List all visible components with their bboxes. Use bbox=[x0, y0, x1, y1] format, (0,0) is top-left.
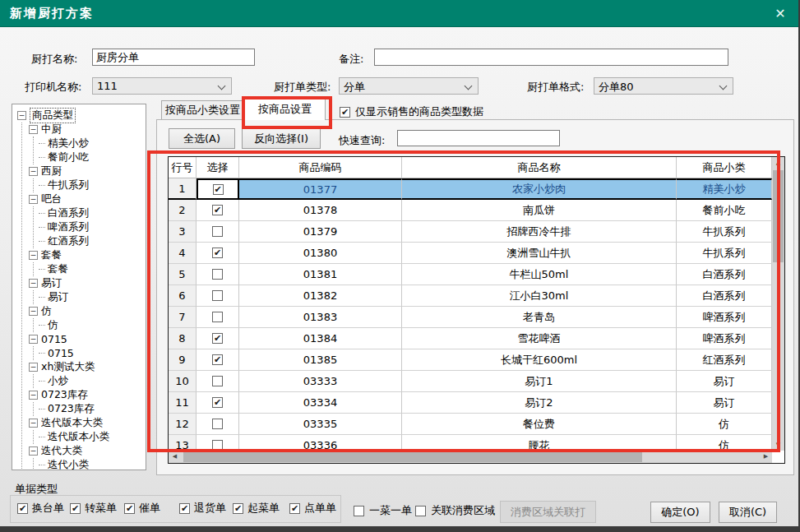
table-row[interactable]: 11✔03334易订2易订 bbox=[169, 392, 772, 414]
doc-type-checkbox[interactable]: ✔换台单 bbox=[17, 501, 64, 516]
row-select-checkbox[interactable] bbox=[212, 312, 223, 322]
row-select-checkbox[interactable]: ✔ bbox=[213, 184, 224, 195]
tree-category-label[interactable]: 迭代版本大类 bbox=[41, 416, 103, 430]
product-name-cell[interactable]: 餐位费 bbox=[402, 414, 677, 435]
product-code-cell[interactable]: 01379 bbox=[239, 221, 402, 243]
table-row[interactable]: 501381牛栏山50ml白酒系列 bbox=[169, 264, 772, 285]
cancel-button[interactable]: 取消(C) bbox=[719, 502, 777, 523]
checkbox-icon[interactable]: ✔ bbox=[179, 503, 190, 514]
checkbox-icon[interactable]: ✔ bbox=[289, 503, 300, 514]
tree-subcategory-node[interactable]: 餐前小吃 bbox=[39, 150, 146, 164]
product-name-cell[interactable]: 农家小炒肉 bbox=[402, 178, 677, 200]
tree-subcategory-node[interactable]: 0715 bbox=[39, 346, 146, 360]
product-code-cell[interactable]: 01377 bbox=[239, 178, 402, 200]
tree-subcategory-label[interactable]: 精美小炒 bbox=[48, 136, 89, 150]
tree-subcategory-node[interactable]: 易订 bbox=[39, 290, 146, 304]
tree-subcategory-label[interactable]: 套餐 bbox=[48, 262, 68, 276]
doc-type-checkbox[interactable]: ✔起菜单 bbox=[233, 501, 280, 516]
product-name-cell[interactable]: 易订1 bbox=[402, 371, 677, 392]
print-type-select[interactable]: 分单 bbox=[339, 77, 479, 95]
checkbox-icon[interactable]: ✔ bbox=[17, 503, 28, 514]
tree-expander-icon[interactable]: − bbox=[29, 167, 38, 176]
tree-root-node[interactable]: −商品类型 bbox=[17, 109, 146, 123]
tree-category-node[interactable]: −仿 bbox=[29, 304, 146, 318]
product-code-cell[interactable]: 01380 bbox=[239, 243, 402, 264]
row-select-checkbox[interactable] bbox=[212, 290, 223, 301]
row-select-cell[interactable] bbox=[197, 414, 239, 435]
row-select-cell[interactable] bbox=[197, 371, 239, 392]
doc-type-checkbox[interactable]: ✔点单单 bbox=[289, 501, 336, 516]
tree-category-node[interactable]: −中厨 bbox=[29, 123, 146, 136]
product-code-cell[interactable]: 01381 bbox=[239, 264, 402, 285]
table-row[interactable]: 701383老青岛啤酒系列 bbox=[169, 307, 772, 328]
tree-category-node[interactable]: −xh测试大类 bbox=[29, 360, 146, 374]
tree-subcategory-label[interactable]: 迭代版本小类 bbox=[48, 430, 109, 444]
product-subcategory-cell[interactable]: 易订 bbox=[677, 392, 772, 414]
table-row[interactable]: 4✔01380澳洲雪山牛扒牛扒系列 bbox=[169, 243, 772, 264]
tree-subcategory-node[interactable]: 小炒 bbox=[39, 374, 146, 388]
product-subcategory-cell[interactable]: 啤酒系列 bbox=[677, 307, 772, 328]
category-tree[interactable]: −商品类型−中厨精美小炒餐前小吃−西厨牛扒系列−吧台白酒系列啤酒系列红酒系列−套… bbox=[12, 104, 146, 470]
print-format-select[interactable]: 分单80 bbox=[594, 77, 733, 95]
tree-expander-icon[interactable]: − bbox=[29, 279, 38, 288]
scroll-right-icon[interactable]: ▶ bbox=[760, 451, 772, 462]
row-select-checkbox[interactable] bbox=[212, 269, 223, 280]
tree-category-label[interactable]: 迭代大类 bbox=[41, 444, 82, 458]
tree-subcategory-node[interactable]: 仿 bbox=[39, 318, 146, 332]
row-select-cell[interactable]: ✔ bbox=[197, 328, 239, 349]
row-select-cell[interactable] bbox=[197, 221, 239, 243]
table-header-cell[interactable]: 行号 bbox=[169, 157, 197, 178]
select-all-button[interactable]: 全选(A) bbox=[169, 128, 235, 149]
table-row[interactable]: 1203335餐位费仿 bbox=[169, 414, 772, 435]
tree-root-label[interactable]: 商品类型 bbox=[30, 108, 76, 123]
tree-subcategory-label[interactable]: 仿 bbox=[48, 318, 58, 332]
row-select-checkbox[interactable]: ✔ bbox=[212, 333, 223, 344]
product-code-cell[interactable]: 03334 bbox=[239, 392, 402, 414]
tree-category-node[interactable]: −0723库存 bbox=[29, 388, 146, 402]
ok-button[interactable]: 确定(O) bbox=[650, 502, 710, 523]
checkbox-icon[interactable]: ✔ bbox=[70, 503, 81, 514]
table-row[interactable]: 1003333易订1易订 bbox=[169, 371, 772, 392]
row-select-checkbox[interactable] bbox=[212, 376, 223, 386]
row-select-cell[interactable]: ✔ bbox=[197, 349, 239, 371]
horizontal-scrollbar[interactable]: ◀ ▶ bbox=[169, 451, 772, 463]
tree-expander-icon[interactable]: − bbox=[29, 335, 38, 344]
product-code-cell[interactable]: 01378 bbox=[239, 200, 402, 221]
checkbox-icon[interactable]: ✔ bbox=[233, 503, 243, 514]
tree-category-label[interactable]: 吧台 bbox=[41, 192, 62, 206]
tree-category-label[interactable]: 西厨 bbox=[41, 164, 62, 178]
row-select-checkbox[interactable]: ✔ bbox=[212, 247, 223, 258]
row-select-cell[interactable] bbox=[197, 307, 239, 328]
row-select-checkbox[interactable] bbox=[212, 226, 223, 237]
tab-by-subcategory[interactable]: 按商品小类设置 bbox=[161, 100, 244, 119]
product-code-cell[interactable]: 03335 bbox=[239, 414, 402, 435]
row-select-checkbox[interactable]: ✔ bbox=[212, 205, 223, 215]
product-subcategory-cell[interactable]: 白酒系列 bbox=[677, 264, 772, 285]
tree-category-label[interactable]: xh测试大类 bbox=[41, 360, 95, 374]
filter-sales-only-checkbox[interactable]: ✔ 仅显示销售的商品类型数据 bbox=[340, 104, 483, 119]
tree-category-node[interactable]: −西厨 bbox=[29, 164, 146, 178]
product-name-cell[interactable]: 江小白30ml bbox=[402, 285, 677, 307]
printer-name-select[interactable]: 111 bbox=[92, 77, 232, 95]
product-name-cell[interactable]: 南瓜饼 bbox=[402, 200, 677, 221]
tree-subcategory-label[interactable]: 啤酒系列 bbox=[48, 220, 89, 234]
product-name-cell[interactable]: 招牌西冷牛排 bbox=[402, 221, 677, 243]
horizontal-scrollbar-thumb[interactable] bbox=[183, 451, 642, 462]
product-name-cell[interactable]: 澳洲雪山牛扒 bbox=[402, 243, 677, 264]
tree-subcategory-label[interactable]: 小炒 bbox=[48, 374, 68, 388]
product-subcategory-cell[interactable]: 精美小炒 bbox=[677, 178, 772, 200]
row-select-checkbox[interactable]: ✔ bbox=[212, 354, 223, 365]
product-name-cell[interactable]: 易订2 bbox=[402, 392, 677, 414]
tree-subcategory-node[interactable]: 白酒系列 bbox=[39, 206, 146, 220]
table-row[interactable]: 1303336腰花仿 bbox=[169, 435, 772, 451]
scroll-left-icon[interactable]: ◀ bbox=[169, 451, 181, 462]
row-select-cell[interactable]: ✔ bbox=[197, 243, 239, 264]
table-header-cell[interactable]: 商品名称 bbox=[402, 157, 677, 178]
tree-expander-icon[interactable]: − bbox=[29, 307, 38, 316]
product-subcategory-cell[interactable]: 易订 bbox=[677, 371, 772, 392]
product-subcategory-cell[interactable]: 仿 bbox=[677, 414, 772, 435]
row-select-checkbox[interactable]: ✔ bbox=[212, 397, 223, 408]
table-header-cell[interactable]: 商品小类 bbox=[677, 157, 772, 178]
table-header-cell[interactable]: 选择 bbox=[197, 157, 239, 178]
tree-expander-icon[interactable]: − bbox=[29, 419, 38, 428]
